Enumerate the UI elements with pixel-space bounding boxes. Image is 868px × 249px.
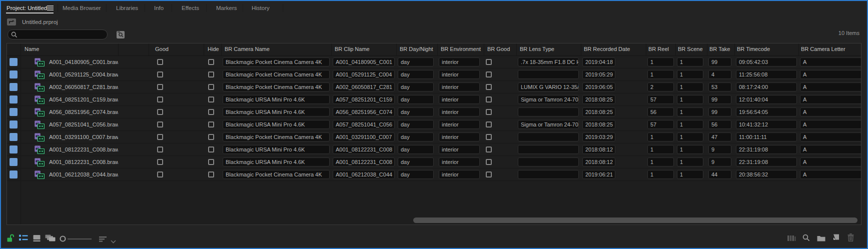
clip-field[interactable]: A001_05291125_C004: [333, 70, 395, 79]
hide-checkbox[interactable]: [208, 134, 214, 140]
date-field[interactable]: 2018:08:12: [582, 158, 615, 166]
column-header-good[interactable]: Good: [149, 44, 204, 56]
take-field[interactable]: 53: [708, 82, 731, 92]
hide-checkbox[interactable]: [208, 146, 214, 152]
freeform-view-button[interactable]: [45, 234, 56, 243]
cam-field[interactable]: Blackmagic URSA Mini Pro 4.6K: [223, 158, 330, 166]
column-header-brgood[interactable]: BR Good: [484, 44, 516, 56]
column-header-tc[interactable]: BR Timecode: [734, 44, 798, 56]
day-field[interactable]: day: [398, 58, 434, 66]
tab-history[interactable]: History: [252, 1, 270, 15]
cam-field[interactable]: Blackmagic URSA Mini Pro 4.6K: [223, 108, 330, 116]
column-header-day[interactable]: BR Day/Night: [396, 44, 437, 56]
lens-field[interactable]: [518, 158, 579, 166]
clip-field[interactable]: A057_08251041_C056: [333, 120, 395, 129]
clip-name[interactable]: A001_03291100_C007.braw: [49, 134, 118, 140]
letter-field[interactable]: A: [800, 108, 861, 116]
tc-field[interactable]: 08:17:24:00: [736, 82, 797, 92]
list-view-button[interactable]: [19, 234, 28, 242]
reel-field[interactable]: 56: [647, 108, 674, 116]
tab-effects[interactable]: Effects: [182, 1, 199, 15]
env-field[interactable]: interior: [439, 82, 480, 92]
search-input[interactable]: [20, 31, 104, 38]
tc-field[interactable]: 11:00:11:11: [736, 132, 797, 142]
reel-field[interactable]: 1: [647, 145, 674, 154]
cam-field[interactable]: Blackmagic Pocket Cinema Camera 4K: [223, 132, 330, 142]
letter-field[interactable]: A: [800, 132, 861, 142]
clip-name[interactable]: A001_05291125_C004.braw: [49, 72, 118, 78]
lens-field[interactable]: [518, 145, 579, 154]
scene-field[interactable]: 1: [677, 58, 703, 66]
clip-field[interactable]: A002_06050817_C281: [333, 82, 395, 92]
column-header-hide[interactable]: Hide: [204, 44, 221, 56]
good-checkbox[interactable]: [157, 59, 163, 65]
tc-field[interactable]: 09:05:42:03: [736, 58, 797, 66]
tc-field[interactable]: 20:38:56:32: [736, 170, 797, 179]
panel-menu-icon[interactable]: [47, 6, 54, 11]
clip-field[interactable]: A001_08122231_C008: [333, 158, 395, 166]
icon-view-button[interactable]: [33, 235, 41, 243]
cam-field[interactable]: Blackmagic URSA Mini Pro 4.6K: [223, 145, 330, 154]
take-field[interactable]: 9: [708, 145, 731, 154]
day-field[interactable]: day: [398, 70, 434, 79]
good-checkbox[interactable]: [157, 122, 163, 128]
take-field[interactable]: 9: [708, 158, 731, 166]
good-checkbox[interactable]: [157, 159, 163, 165]
find-in-bins-button[interactable]: [117, 31, 125, 38]
brgood-checkbox[interactable]: [486, 59, 492, 65]
scene-field[interactable]: 1: [677, 95, 703, 104]
date-field[interactable]: 2018:08:25: [582, 95, 615, 104]
date-field[interactable]: 2018:08:12: [582, 145, 615, 154]
scene-field[interactable]: 1: [677, 132, 703, 142]
scene-field[interactable]: 1: [677, 145, 703, 154]
brgood-checkbox[interactable]: [486, 172, 492, 178]
label-color-swatch[interactable]: [10, 133, 18, 141]
day-field[interactable]: day: [398, 158, 434, 166]
label-color-swatch[interactable]: [10, 170, 18, 178]
label-color-swatch[interactable]: [10, 58, 18, 66]
tab-info[interactable]: Info: [154, 1, 164, 15]
reel-field[interactable]: 57: [647, 95, 674, 104]
sort-order-menu-button[interactable]: [111, 238, 116, 245]
take-field[interactable]: 47: [708, 132, 731, 142]
tab-markers[interactable]: Markers: [216, 1, 237, 15]
hide-checkbox[interactable]: [208, 109, 214, 115]
clip-field[interactable]: A001_08122231_C008: [333, 145, 395, 154]
hide-checkbox[interactable]: [208, 84, 214, 90]
good-checkbox[interactable]: [157, 72, 163, 78]
hide-checkbox[interactable]: [208, 122, 214, 128]
horizontal-scrollbar[interactable]: [413, 218, 857, 223]
letter-field[interactable]: A: [800, 82, 861, 92]
reel-field[interactable]: 2: [647, 82, 674, 92]
label-color-swatch[interactable]: [10, 70, 18, 78]
brgood-checkbox[interactable]: [486, 109, 492, 115]
clip-field[interactable]: A057_08251201_C159: [333, 95, 395, 104]
brgood-checkbox[interactable]: [486, 134, 492, 140]
zoom-slider-track[interactable]: [68, 238, 92, 240]
day-field[interactable]: day: [398, 120, 434, 129]
letter-field[interactable]: A: [800, 145, 861, 154]
take-field[interactable]: 4: [708, 70, 731, 79]
reel-field[interactable]: 1: [647, 70, 674, 79]
tc-field[interactable]: 12:01:40:04: [736, 95, 797, 104]
label-color-swatch[interactable]: [10, 146, 18, 154]
env-field[interactable]: interior: [439, 58, 480, 66]
env-field[interactable]: interior: [439, 95, 480, 104]
delete-button[interactable]: [847, 234, 854, 243]
letter-field[interactable]: A: [800, 58, 861, 66]
table-row[interactable]: A001_08122231_C008.brawBlackmagic URSA M…: [7, 144, 861, 156]
lens-field[interactable]: LUMIX G VARIO 12-35/: [518, 82, 579, 92]
day-field[interactable]: day: [398, 145, 434, 154]
tab-media-browser[interactable]: Media Browser: [63, 1, 101, 15]
label-color-swatch[interactable]: [10, 108, 18, 116]
label-color-swatch[interactable]: [10, 83, 18, 91]
tc-field[interactable]: 11:25:56:08: [736, 70, 797, 79]
reel-field[interactable]: 57: [647, 120, 674, 129]
cam-field[interactable]: Blackmagic URSA Mini Pro 4.6K: [223, 120, 330, 129]
tc-field[interactable]: 22:31:19:08: [736, 158, 797, 166]
clip-field[interactable]: A001_04180905_C001: [333, 58, 395, 66]
hide-checkbox[interactable]: [208, 172, 214, 178]
tab-libraries[interactable]: Libraries: [116, 1, 138, 15]
clip-name[interactable]: A002_06050817_C281.braw: [49, 84, 118, 90]
env-field[interactable]: interior: [439, 132, 480, 142]
